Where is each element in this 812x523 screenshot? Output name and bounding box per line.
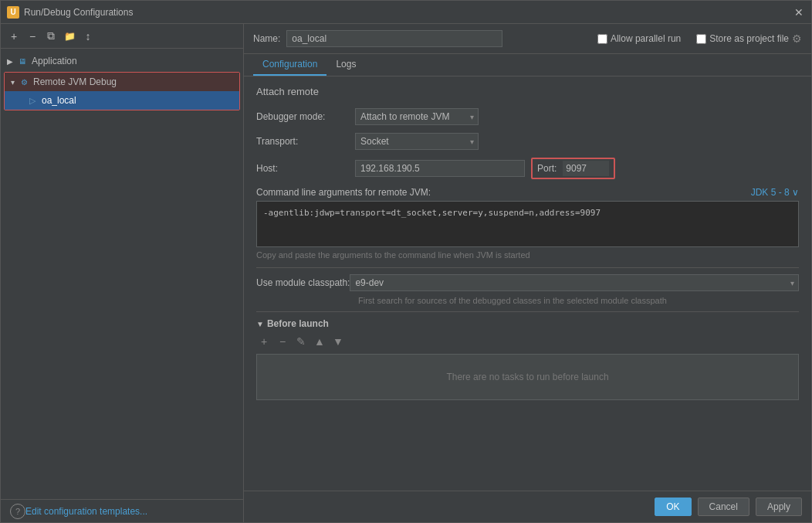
cmd-args-header: Command line arguments for remote JVM: J… (256, 187, 799, 198)
remote-jvm-debug-group: ▾ ⚙ Remote JVM Debug ▷ oa_local (4, 72, 240, 110)
transport-label: Transport: (256, 136, 349, 147)
tree-item-remote-jvm-debug[interactable]: ▾ ⚙ Remote JVM Debug (5, 73, 239, 91)
debugger-mode-label: Debugger mode: (256, 111, 349, 122)
tab-logs[interactable]: Logs (326, 54, 365, 76)
right-panel: Name: Allow parallel run Store as projec… (244, 24, 811, 522)
sort-button[interactable]: ↕ (80, 28, 96, 45)
debugger-mode-row: Debugger mode: Attach to remote JVM List… (256, 108, 799, 125)
folder-button[interactable]: 📁 (61, 28, 78, 45)
expand-remote-jvm-arrow: ▾ (11, 78, 15, 87)
dialog-footer: OK Cancel Apply (244, 491, 811, 522)
store-as-project-area: Store as project file ⚙ (696, 32, 802, 45)
before-launch-remove-button[interactable]: − (275, 334, 290, 349)
cancel-button[interactable]: Cancel (698, 498, 749, 516)
tabs-bar: Configuration Logs (244, 54, 811, 76)
before-launch-down-button[interactable]: ▼ (330, 334, 346, 349)
title-bar: U Run/Debug Configurations ✕ (1, 1, 811, 24)
module-classpath-label: Use module classpath: (256, 274, 350, 288)
section-divider (256, 267, 799, 268)
host-label: Host: (256, 163, 349, 174)
edit-templates-link[interactable]: Edit configuration templates... (25, 506, 147, 517)
allow-parallel-area: Allow parallel run (597, 33, 681, 44)
application-icon: 🖥 (16, 55, 29, 67)
module-select-wrapper: e9-dev ▾ (350, 274, 799, 291)
expand-application-arrow: ▶ (7, 57, 13, 66)
copy-configuration-button[interactable]: ⧉ (42, 28, 59, 45)
left-toolbar: + − ⧉ 📁 ↕ (1, 24, 243, 49)
name-input[interactable] (286, 30, 502, 47)
tree-item-oa-local[interactable]: ▷ oa_local (5, 91, 239, 110)
dialog-title: Run/Debug Configurations (24, 7, 793, 18)
section-divider-2 (256, 311, 799, 312)
oa-local-icon: ▷ (26, 94, 39, 107)
allow-parallel-label: Allow parallel run (611, 33, 681, 44)
cmd-args-label: Command line arguments for remote JVM: (256, 187, 431, 198)
before-launch-collapse-icon[interactable]: ▼ (256, 320, 264, 328)
configuration-tree: ▶ 🖥 Application ▾ ⚙ Remote JVM Debug ▷ o… (1, 49, 243, 499)
module-classpath-hint: First search for sources of the debugged… (358, 296, 799, 305)
jdk-link[interactable]: JDK 5 - 8 ∨ (751, 187, 799, 198)
debugger-mode-select[interactable]: Attach to remote JVM Listen to remote JV… (355, 108, 479, 125)
remove-configuration-button[interactable]: − (24, 28, 41, 45)
ok-button[interactable]: OK (655, 498, 691, 516)
apply-button[interactable]: Apply (756, 498, 802, 516)
tab-configuration[interactable]: Configuration (253, 54, 326, 76)
tree-item-application[interactable]: ▶ 🖥 Application (1, 52, 243, 70)
before-launch-title: Before launch (267, 318, 329, 329)
port-input[interactable] (563, 161, 609, 176)
port-group: Port: (531, 158, 615, 179)
module-classpath-row: Use module classpath: e9-dev ▾ (256, 274, 799, 291)
transport-select-wrapper: Socket Shared memory ▾ (355, 133, 479, 150)
attach-remote-label: Attach remote (256, 86, 319, 97)
remote-jvm-icon: ⚙ (18, 76, 30, 88)
before-launch-edit-button[interactable]: ✎ (293, 334, 309, 349)
run-debug-dialog: U Run/Debug Configurations ✕ + − ⧉ 📁 (0, 0, 812, 523)
name-label: Name: (253, 33, 280, 44)
host-port-row: Host: Port: (256, 158, 799, 179)
add-configuration-button[interactable]: + (5, 28, 22, 45)
before-launch-empty-area: There are no tasks to run before launch (256, 354, 799, 400)
help-button[interactable]: ? (10, 504, 25, 519)
left-panel: + − ⧉ 📁 ↕ ▶ 🖥 (1, 24, 244, 522)
store-as-project-label: Store as project file (709, 33, 789, 44)
bottom-toolbar: ? Edit configuration templates... (1, 499, 243, 522)
transport-row: Transport: Socket Shared memory ▾ (256, 133, 799, 150)
cmd-args-hint: Copy and paste the arguments to the comm… (256, 250, 799, 260)
close-button[interactable]: ✕ (793, 6, 805, 19)
host-input[interactable] (355, 160, 525, 177)
dialog-body: + − ⧉ 📁 ↕ ▶ 🖥 (1, 24, 811, 522)
transport-select[interactable]: Socket Shared memory (355, 133, 479, 150)
store-as-project-checkbox[interactable] (696, 34, 706, 44)
before-launch-add-button[interactable]: + (256, 334, 272, 349)
debugger-mode-select-wrapper: Attach to remote JVM Listen to remote JV… (355, 108, 479, 125)
before-launch-up-button[interactable]: ▲ (312, 334, 327, 349)
app-logo: U (7, 6, 19, 19)
right-header: Name: Allow parallel run Store as projec… (244, 24, 811, 54)
store-project-gear-icon[interactable]: ⚙ (792, 32, 802, 45)
allow-parallel-checkbox[interactable] (597, 34, 607, 44)
module-classpath-select[interactable]: e9-dev (350, 274, 799, 291)
before-launch-toolbar: + − ✎ ▲ ▼ (256, 334, 799, 349)
port-label: Port: (537, 163, 557, 174)
cmd-args-section: Command line arguments for remote JVM: J… (256, 187, 799, 260)
before-launch-header: ▼ Before launch (256, 318, 799, 329)
configuration-panel: Attach remote Debugger mode: Attach to r… (244, 76, 811, 491)
before-launch-section: ▼ Before launch + − ✎ ▲ ▼ There are no t… (256, 318, 799, 400)
cmd-args-box: -agentlib:jdwp=transport=dt_socket,serve… (256, 201, 799, 247)
